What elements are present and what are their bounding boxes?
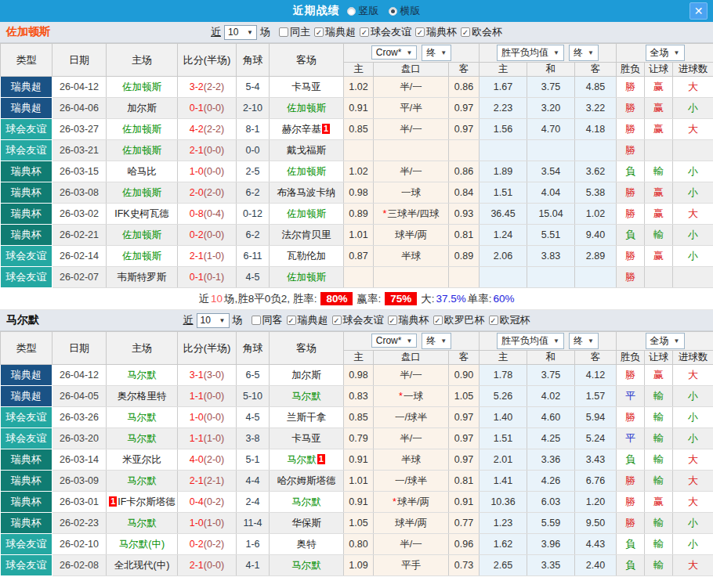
match-result: 負 (617, 534, 645, 555)
competition-type-badge: 瑞典杯 (1, 471, 52, 492)
final-avg-select[interactable]: 终 (569, 333, 599, 349)
avg-lose-odds: 3.62 (575, 161, 617, 182)
home-team: 佐加顿斯 (107, 225, 178, 246)
col-header: 类型 (1, 332, 52, 365)
avg-lose-odds: 2.40 (575, 555, 617, 576)
avg-select[interactable]: 胜平负均值 (497, 333, 564, 349)
home-team-name: 佐加顿斯 (122, 145, 161, 156)
filter-checkbox[interactable] (433, 316, 443, 325)
home-team: 全北现代(中) (107, 555, 178, 576)
avg-win-odds: 1.62 (480, 534, 527, 555)
close-button[interactable]: ✕ (689, 2, 708, 20)
final-avg-select[interactable]: 终 (569, 45, 599, 61)
handicap-result: 輸 (645, 428, 673, 449)
avg-draw-odds: 6.03 (527, 492, 575, 513)
fulltime-score: 1-0 (190, 518, 204, 528)
avg-draw-odds: 4.70 (527, 119, 575, 140)
score: 2-1(0-0) (178, 140, 237, 161)
filter-checkbox[interactable] (314, 27, 324, 37)
col-header: 日期 (52, 332, 107, 365)
home-handicap-odds: 1.02 (344, 161, 374, 182)
sub-col-header: 盘口 (374, 351, 449, 365)
filter-checkbox[interactable] (461, 27, 470, 37)
handicap-result: 輸 (645, 225, 673, 246)
table-row: 瑞典杯26-03-09马尔默2-1(2-1)4-4哈尔姆斯塔德1.01一/球半0… (1, 471, 713, 492)
filter-checkbox[interactable] (252, 316, 261, 325)
bookmaker-select[interactable]: Crow* (371, 45, 418, 60)
filter-checkbox[interactable] (388, 316, 397, 325)
recent-count-select[interactable]: 10 (224, 25, 257, 40)
match-filters: 近10场同主瑞典超球会友谊瑞典杯欧会杯 (211, 25, 502, 40)
home-team-name: IF卡尔斯塔德 (118, 496, 176, 507)
scope-select[interactable]: 全场 (646, 45, 685, 61)
handicap-text: 球半/两 (395, 229, 427, 240)
home-team: 1IF卡尔斯塔德 (107, 492, 178, 513)
rank-badge: 1 (322, 124, 330, 134)
filter-checkbox[interactable] (287, 316, 296, 325)
summary-part: 单率: (468, 292, 492, 306)
home-team: 佐加顿斯 (107, 77, 178, 98)
away-handicap-odds: 0.77 (449, 513, 480, 534)
radio-vertical-layout[interactable]: 竖版 (347, 4, 379, 18)
match-date: 26-03-20 (52, 428, 107, 449)
final-odds-select[interactable]: 终 (422, 333, 451, 349)
col-header: 角球 (237, 332, 270, 365)
filter-checkbox[interactable] (415, 27, 425, 37)
fulltime-score: 1-0 (190, 166, 204, 177)
goals-result: 小 (673, 428, 713, 449)
filter-checkbox[interactable] (332, 316, 342, 325)
goals-result: 大 (673, 77, 713, 98)
corner-count: 6-5 (237, 365, 270, 386)
radio-horizontal-layout[interactable]: 横版 (389, 4, 421, 18)
score: 2-0(2-0) (178, 182, 237, 204)
away-team-name: 兰斯干拿 (287, 412, 326, 423)
away-handicap-odds: 0.97 (449, 119, 480, 140)
score: 1-0(1-0) (178, 513, 237, 534)
filter-checkbox[interactable] (279, 27, 288, 37)
avg-lose-odds: 4.85 (575, 77, 617, 98)
away-team: 赫尔辛基1 (270, 119, 344, 140)
table-row: 球会友谊26-02-08全北现代(中)2-1(0-0)4-1马尔默1.09平手0… (1, 555, 713, 576)
avg-select[interactable]: 胜平负均值 (497, 45, 564, 61)
away-team: 佐加顿斯 (270, 161, 344, 182)
avg-draw-odds (527, 140, 575, 161)
home-team-name: 佐加顿斯 (122, 81, 161, 92)
scope-select[interactable]: 全场 (646, 333, 685, 349)
fulltime-score: 3-1 (190, 370, 204, 381)
recent-count-select[interactable]: 10 (197, 313, 230, 328)
handicap-result: 輸 (645, 555, 673, 576)
recent-link[interactable]: 近 (183, 313, 194, 327)
avg-lose-odds: 4.18 (575, 119, 617, 140)
home-handicap-odds: 0.85 (344, 119, 374, 140)
handicap-line: *球半/两 (374, 492, 449, 513)
avg-win-odds (480, 267, 527, 288)
corner-count: 0-12 (237, 204, 270, 225)
home-handicap-odds (344, 140, 374, 161)
goals-result: 小 (673, 161, 713, 182)
radio-label: 横版 (400, 4, 421, 18)
fulltime-score: 4-2 (190, 124, 204, 135)
match-result: 勝 (617, 204, 645, 225)
table-row: 瑞典杯26-03-011IF卡尔斯塔德0-4(0-2)2-4马尔默0.91*球半… (1, 492, 713, 513)
home-team-name: 马尔默 (127, 518, 157, 528)
filter-checkbox[interactable] (489, 316, 498, 325)
handicap-line (374, 267, 449, 288)
avg-draw-odds: 4.26 (527, 471, 575, 492)
away-team: 马尔默 (270, 555, 344, 576)
final-odds-select[interactable]: 终 (422, 45, 451, 61)
filter-checkbox[interactable] (360, 27, 369, 37)
recent-link[interactable]: 近 (211, 25, 221, 39)
sub-col-header: 客 (449, 63, 480, 77)
halftime-score: (1-0) (204, 518, 224, 528)
halftime-score: (0-0) (204, 560, 224, 571)
avg-lose-odds: 4.43 (575, 534, 617, 555)
summary-part: 赢率: (356, 292, 381, 306)
bookmaker-select[interactable]: Crow* (371, 334, 418, 348)
handicap-line: *三球半/四球 (374, 204, 449, 225)
sub-col-header: 客 (449, 351, 480, 365)
away-handicap-odds: 0.91 (449, 492, 480, 513)
away-team: 马尔默 (270, 492, 344, 513)
match-result: 勝 (617, 182, 645, 204)
filter-label: 欧冠杯 (500, 313, 530, 327)
sub-col-header: 和 (527, 63, 575, 77)
